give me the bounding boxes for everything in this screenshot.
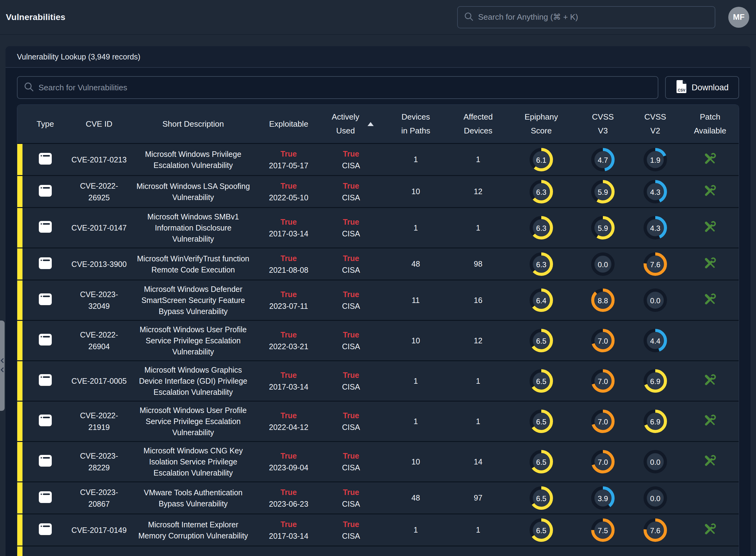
table-row[interactable]: CVE-2023-20867 VMware Tools Authenticati… xyxy=(17,482,739,514)
svg-text:6.1: 6.1 xyxy=(536,155,546,164)
crossed-tools-icon xyxy=(703,184,717,199)
affected-devices: 97 xyxy=(451,482,506,514)
exploitable-flag: True xyxy=(281,410,297,421)
crossed-tools-icon xyxy=(703,522,717,538)
score-gauge: 6.5 xyxy=(530,450,553,474)
severity-bar xyxy=(17,321,23,360)
table-row[interactable]: CVE-2022-26925 Microsoft Windows LSA Spo… xyxy=(17,176,739,208)
epiphany-score-gauge: 6.3 xyxy=(506,176,577,207)
devices-in-paths: 48 xyxy=(381,248,451,280)
score-gauge: 4.7 xyxy=(591,148,615,171)
cvss-v3-gauge: 8.8 xyxy=(577,280,629,320)
table-row[interactable]: CVE-2017-0147 Microsoft Windows SMBv1 In… xyxy=(17,208,739,248)
col-header-cvss-v3[interactable]: CVSS V3 xyxy=(577,105,629,143)
devices-in-paths: 1 xyxy=(381,144,451,175)
score-gauge: 4.4 xyxy=(644,329,667,352)
actively-used-flag: True xyxy=(343,148,359,160)
score-gauge: 4.3 xyxy=(644,216,667,240)
actively-used-flag: True xyxy=(343,450,359,462)
col-header-patch-available[interactable]: Patch Available xyxy=(681,105,739,143)
table-row[interactable]: CVE-2022-21919 Microsoft Windows User Pr… xyxy=(17,402,739,442)
svg-text:6.3: 6.3 xyxy=(536,188,546,196)
exploitable-flag: True xyxy=(281,518,297,530)
global-search-input[interactable] xyxy=(478,12,709,22)
score-gauge: 4.3 xyxy=(644,180,667,203)
application-window-icon xyxy=(38,185,52,199)
short-description: Microsoft Internet Explorer Memory Corru… xyxy=(130,514,256,546)
score-gauge: 0.0 xyxy=(644,486,667,510)
table-row[interactable]: CVE-2023-32049 Microsoft Windows Defende… xyxy=(17,280,739,321)
exploitable-date: 2023-09-04 xyxy=(269,462,309,474)
avatar[interactable]: MF xyxy=(728,7,749,28)
table-row[interactable]: CVE-2017-0005 Microsoft Windows Graphics… xyxy=(17,361,739,402)
table-row[interactable]: CVE-2013-3900 Microsoft WinVerifyTrust f… xyxy=(17,248,739,280)
svg-text:0.0: 0.0 xyxy=(598,260,608,269)
table-row[interactable]: CVE-2023-28229 Microsoft Windows CNG Key… xyxy=(17,442,739,482)
exploitable-date: 2023-07-11 xyxy=(269,300,308,312)
score-gauge: 6.1 xyxy=(530,148,553,171)
svg-text:7.0: 7.0 xyxy=(598,458,608,466)
col-header-devices-in-paths[interactable]: Devices in Paths xyxy=(381,105,451,143)
crossed-tools-icon xyxy=(703,292,717,308)
svg-text:7.0: 7.0 xyxy=(598,418,608,426)
score-gauge: 6.5 xyxy=(530,329,553,352)
col-header-cve-id[interactable]: CVE ID xyxy=(68,105,130,143)
actively-used-source: CISA xyxy=(342,530,360,542)
svg-text:CSV: CSV xyxy=(678,88,685,93)
table-row[interactable]: CVE-2022-26904 Microsoft Windows User Pr… xyxy=(17,321,739,361)
col-header-cvss-v2[interactable]: CVSS V2 xyxy=(629,105,681,143)
global-search[interactable] xyxy=(457,6,715,28)
devices-in-paths: 1 xyxy=(381,514,451,546)
score-gauge: 6.5 xyxy=(530,410,553,433)
cvss-v2-gauge: 0.0 xyxy=(629,482,681,514)
vulnerability-table: Type CVE ID Short Description Exploitabl… xyxy=(17,104,739,556)
score-gauge: 7.5 xyxy=(591,518,615,542)
svg-text:6.5: 6.5 xyxy=(536,418,546,426)
actively-used-source: CISA xyxy=(342,160,360,171)
svg-text:5.9: 5.9 xyxy=(598,224,608,232)
table-row-partial[interactable] xyxy=(17,547,739,556)
cvss-v2-gauge: 7.6 xyxy=(629,514,681,546)
exploitable-flag: True xyxy=(281,148,297,160)
crossed-tools-icon xyxy=(703,454,717,470)
score-gauge: 0.0 xyxy=(644,288,667,312)
col-header-short-description[interactable]: Short Description xyxy=(130,105,256,143)
col-header-type[interactable]: Type xyxy=(23,105,68,143)
vulnerability-search[interactable] xyxy=(17,76,658,99)
svg-text:6.5: 6.5 xyxy=(536,377,546,386)
col-header-epiphany-score[interactable]: Epiphany Score xyxy=(506,105,577,143)
short-description: Microsoft Windows SMBv1 Information Disc… xyxy=(130,208,256,247)
actively-used-flag: True xyxy=(343,486,359,498)
sort-ascending-icon xyxy=(367,122,374,126)
exploitable-flag: True xyxy=(281,486,297,498)
application-window-icon xyxy=(38,257,52,271)
col-header-affected-devices[interactable]: Affected Devices xyxy=(451,105,506,143)
exploitable-flag: True xyxy=(281,329,297,341)
drawer-handle[interactable] xyxy=(0,320,5,411)
epiphany-score-gauge: 6.3 xyxy=(506,248,577,280)
col-header-exploitable[interactable]: Exploitable xyxy=(256,105,321,143)
cvss-v3-gauge: 7.0 xyxy=(577,361,629,401)
vulnerability-search-input[interactable] xyxy=(38,83,652,93)
actively-used-flag: True xyxy=(343,216,359,228)
actively-used-flag: True xyxy=(343,180,359,192)
short-description: Microsoft Windows Graphics Device Interf… xyxy=(130,361,256,401)
score-gauge: 3.9 xyxy=(591,486,615,510)
severity-bar xyxy=(17,402,23,441)
table-row[interactable]: CVE-2017-0213 Microsoft Windows Privileg… xyxy=(17,144,739,176)
chevron-left-icon xyxy=(1,358,4,364)
actively-used-source: CISA xyxy=(342,192,360,203)
devices-in-paths: 10 xyxy=(381,176,451,207)
patch-available-cell xyxy=(681,280,739,320)
cvss-v2-gauge: 4.3 xyxy=(629,208,681,247)
table-row[interactable]: CVE-2017-0149 Microsoft Internet Explore… xyxy=(17,514,739,547)
svg-text:6.5: 6.5 xyxy=(536,526,546,534)
col-header-actively-used[interactable]: Actively Used xyxy=(321,105,381,143)
download-button[interactable]: CSV Download xyxy=(665,76,739,99)
svg-text:0.0: 0.0 xyxy=(650,297,660,305)
epiphany-score-gauge: 6.5 xyxy=(506,514,577,546)
affected-devices: 14 xyxy=(451,442,506,481)
severity-bar xyxy=(17,547,23,556)
svg-text:6.5: 6.5 xyxy=(536,458,546,466)
devices-in-paths: 1 xyxy=(381,208,451,247)
